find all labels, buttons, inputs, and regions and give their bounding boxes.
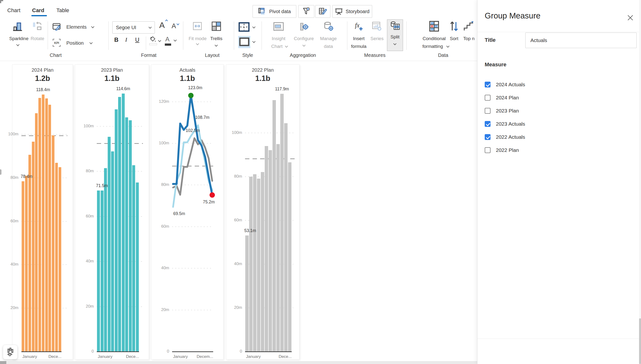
chart-settings-button[interactable] xyxy=(3,345,18,360)
bar[interactable] xyxy=(253,174,256,351)
group-measure-panel: Group Measure Title Measure 2024 Actuals… xyxy=(477,0,641,364)
measure-option-label: 2023 Actuals xyxy=(496,121,525,127)
measure-option-2022-actuals[interactable]: 2022 Actuals xyxy=(485,132,587,142)
line-chart xyxy=(169,85,218,216)
bar[interactable] xyxy=(32,142,35,351)
measure-option-2023-plan[interactable]: 2023 Plan xyxy=(485,106,587,116)
measure-option-label: 2022 Plan xyxy=(496,147,519,153)
bar[interactable] xyxy=(101,190,104,351)
bar[interactable] xyxy=(249,177,252,351)
bar[interactable] xyxy=(115,109,118,351)
y-tick-label: 20m xyxy=(228,305,242,310)
x-axis-label-first: January xyxy=(246,354,261,359)
y-tick-label: 120m xyxy=(155,99,169,104)
checkbox-icon[interactable] xyxy=(485,108,490,114)
measure-option-2024-plan[interactable]: 2024 Plan xyxy=(485,93,587,102)
bar[interactable] xyxy=(22,181,24,351)
marker-dot[interactable] xyxy=(188,93,194,98)
title-field-label: Title xyxy=(485,37,496,43)
bar[interactable] xyxy=(125,117,128,351)
x-axis-label-first: January xyxy=(173,354,188,359)
checkbox-icon[interactable] xyxy=(485,95,490,100)
y-tick-label: 60m xyxy=(79,214,94,219)
bar[interactable] xyxy=(265,146,268,351)
checkbox-icon[interactable] xyxy=(485,121,490,127)
bar[interactable] xyxy=(48,105,51,351)
measure-option-label: 2023 Plan xyxy=(496,108,519,114)
card-total: 1.1b xyxy=(226,74,299,83)
measure-option-2022-plan[interactable]: 2022 Plan xyxy=(485,145,587,155)
bar[interactable] xyxy=(52,135,55,351)
x-axis-label-last: Dece... xyxy=(126,354,139,359)
title-input[interactable] xyxy=(525,32,637,48)
x-axis-line xyxy=(172,351,213,352)
bar[interactable] xyxy=(35,113,38,351)
bar[interactable] xyxy=(257,178,260,351)
bar[interactable] xyxy=(55,163,58,351)
measure-option-2023-actuals[interactable]: 2023 Actuals xyxy=(485,119,587,129)
panel-scrollbar-thumb[interactable] xyxy=(639,318,641,364)
point-label: 123.0m xyxy=(188,85,202,90)
bar[interactable] xyxy=(59,167,61,351)
y-tick-label: 100m xyxy=(228,130,242,135)
bar[interactable] xyxy=(269,150,272,351)
bar[interactable] xyxy=(118,97,121,351)
gridline xyxy=(172,226,213,227)
close-icon[interactable] xyxy=(627,14,634,22)
bar[interactable] xyxy=(39,98,41,351)
x-axis-label-last: Decem... xyxy=(197,354,213,359)
y-tick-label: 80m xyxy=(4,175,19,180)
bar-label: 71.5m xyxy=(96,183,108,188)
bar[interactable] xyxy=(280,94,283,351)
y-tick-label: 100m xyxy=(4,132,19,136)
bar[interactable] xyxy=(97,190,100,351)
bar[interactable] xyxy=(132,165,135,351)
point-label: 75.2m xyxy=(203,200,215,204)
bar[interactable] xyxy=(108,137,111,351)
checkbox-icon[interactable] xyxy=(485,147,490,153)
bar-label: 78.4m xyxy=(21,174,33,179)
bar[interactable] xyxy=(261,172,264,351)
card-title: 2023 Plan xyxy=(75,67,149,73)
horizontal-scrollbar[interactable] xyxy=(0,361,477,364)
bar[interactable] xyxy=(245,236,248,351)
bar[interactable] xyxy=(136,182,139,351)
x-axis-label-last: Dece... xyxy=(279,354,292,359)
checkbox-icon[interactable] xyxy=(485,82,490,88)
checkbox-icon[interactable] xyxy=(485,134,490,140)
card-total: 1.2b xyxy=(12,74,73,83)
bar[interactable] xyxy=(45,98,48,351)
left-edge-handle[interactable] xyxy=(0,169,2,175)
horizontal-scrollbar-thumb[interactable] xyxy=(0,361,6,364)
y-tick-label: 40m xyxy=(4,262,19,267)
bar[interactable] xyxy=(42,94,45,351)
bar[interactable] xyxy=(111,152,114,351)
card-title: 2022 Plan xyxy=(226,67,299,73)
bar[interactable] xyxy=(284,123,287,351)
measure-label: Measure xyxy=(485,62,506,68)
card-total: 1.1b xyxy=(75,74,149,83)
bar[interactable] xyxy=(104,168,107,351)
bar[interactable] xyxy=(29,155,31,351)
bar[interactable] xyxy=(129,120,132,351)
bar-label: 117.9m xyxy=(275,86,289,92)
y-tick-label: 40m xyxy=(79,259,94,264)
bar-label: 118.4m xyxy=(36,87,50,92)
bar[interactable] xyxy=(288,162,291,351)
y-tick-label: 20m xyxy=(155,308,169,312)
panel-title: Group Measure xyxy=(485,11,540,20)
x-axis-label-first: January xyxy=(98,354,112,359)
panel-scrollbar-track[interactable] xyxy=(639,0,641,364)
marker-dot[interactable] xyxy=(210,192,215,198)
bar[interactable] xyxy=(25,176,28,351)
bar[interactable] xyxy=(122,94,125,351)
measure-option-2024-actuals[interactable]: 2024 Actuals xyxy=(485,80,587,90)
measure-option-label: 2024 Plan xyxy=(496,95,519,100)
y-tick-label: 40m xyxy=(228,262,242,266)
point-label: 69.5m xyxy=(173,211,185,216)
y-tick-label: 0 xyxy=(228,349,242,354)
bar[interactable] xyxy=(276,144,280,351)
y-tick-label: 20m xyxy=(4,306,19,310)
y-tick-label: 60m xyxy=(4,219,19,224)
bar[interactable] xyxy=(273,100,276,351)
